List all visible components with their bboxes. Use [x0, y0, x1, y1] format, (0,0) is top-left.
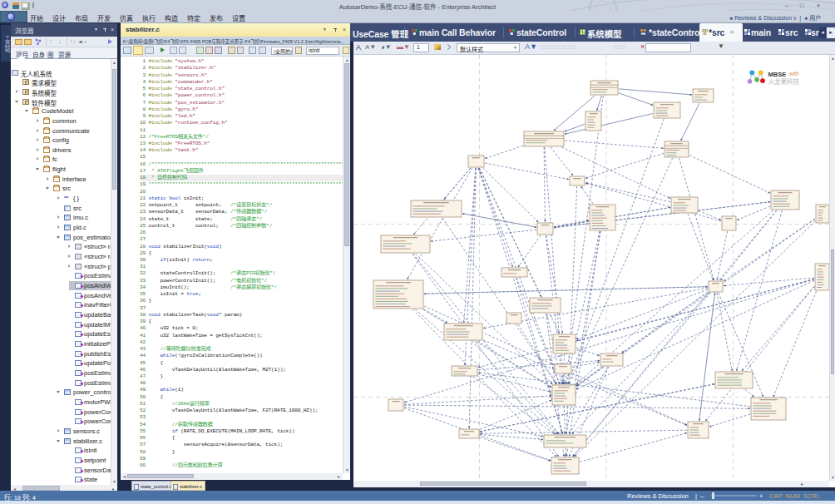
svg-text:with: with — [788, 71, 799, 77]
svg-text:MBSE: MBSE — [768, 71, 787, 78]
svg-text:火龙果科技: 火龙果科技 — [768, 77, 800, 86]
